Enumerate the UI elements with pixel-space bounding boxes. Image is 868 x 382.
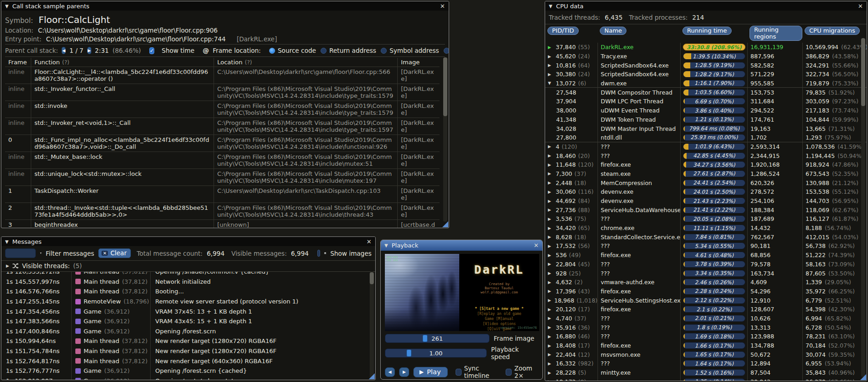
expand-icon[interactable]: ▶	[548, 262, 553, 266]
expand-icon[interactable]: ▶	[548, 379, 553, 381]
frame-location-option[interactable]: Symbol address	[381, 47, 439, 54]
message-row[interactable]: 1s 120,335,272nsMain thread(37,812)Openi…	[1, 272, 375, 277]
radio-icon[interactable]	[269, 48, 275, 54]
expand-icon[interactable]: ▶	[548, 361, 553, 366]
cpu-table-row[interactable]: ▶4(120)???1:01.9 (6.43%)2,593,3141,078,5…	[545, 142, 867, 152]
expand-icon[interactable]: ▶	[548, 325, 553, 330]
collapse-icon[interactable]: ▼	[5, 4, 9, 9]
expand-icon[interactable]: ▶	[548, 153, 553, 158]
expand-icon[interactable]: ▼	[548, 81, 553, 85]
cpu-table-row[interactable]: ▶18,460(20)???42.85 s (4.45%)2,344,9151,…	[545, 151, 867, 160]
col-function[interactable]: Function(?)	[31, 58, 214, 67]
call-stack-row[interactable]: inlinestd::_Invoker_ret<void,1>::_CallC:…	[5, 118, 440, 135]
message-row[interactable]: 1s 152,912,997nsGame(36,912)Opening /met…	[1, 376, 375, 380]
expand-icon[interactable]: ▶	[548, 54, 553, 59]
cpu-table-row[interactable]: ▶16,880(46)???1.69 s (0.18%)123,98878,23…	[545, 332, 867, 341]
message-row[interactable]: 1s 152,776,777nsGame(36,912)Opening /for…	[1, 366, 375, 376]
cpu-table-row[interactable]: ▶536(49)firefox.exe4.61 s (0.48%)68,8565…	[545, 251, 867, 260]
cpu-column-header[interactable]: Running time	[682, 27, 732, 35]
play-button[interactable]: ▶ Play	[413, 367, 447, 377]
expand-icon[interactable]: ▶	[548, 253, 553, 258]
filter-input[interactable]	[5, 248, 36, 258]
frame-location-option[interactable]: Entry point	[444, 47, 449, 54]
expand-icon[interactable]: ▶	[548, 72, 553, 77]
expand-icon[interactable]: ▶	[548, 307, 553, 312]
expand-icon[interactable]: ▶	[548, 352, 553, 357]
expand-icon[interactable]: ▶	[548, 180, 553, 185]
message-row[interactable]: 1s 147,354,456nsGame(36,912)VRAM 37x45: …	[1, 306, 375, 316]
cpu-table-row[interactable]: ▶11,648(120)firefox.exe34.27 s (3.56%)1,…	[545, 160, 867, 169]
close-icon[interactable]: ✕	[440, 3, 445, 10]
message-row[interactable]: 1s 147,383,566nsGame(36,912)VRAM 43x45: …	[1, 316, 375, 326]
message-row[interactable]: 1s 145,557,997nsMain thread(37,812)Netwo…	[1, 277, 375, 287]
cpu-table-row[interactable]: ▶44,692(84)devenv.exe21.43 s (2.23%)254,…	[545, 197, 867, 206]
cpu-column-header[interactable]: CPU migrations	[805, 27, 860, 35]
expand-icon[interactable]: ▶	[548, 271, 553, 275]
cpu-table-row[interactable]: ▶18,408(17)firefox.exe1.66 s (0.17%)134,…	[545, 341, 867, 350]
step-forward-button[interactable]: ▶	[399, 367, 409, 377]
message-row[interactable]: 1s 151,754,784nsMain thread(37,812)New r…	[1, 346, 375, 356]
expand-icon[interactable]: ▶	[548, 298, 552, 303]
expand-icon[interactable]: ▶	[548, 163, 553, 167]
cpu-table-row[interactable]: ▶37,840(55)DarkRL.exe33:30.8 (208.96%)16…	[545, 43, 867, 52]
cpu-table-row[interactable]: ▶20,120(17)firefox.exe2.1 s (0.22%)128,6…	[545, 305, 867, 314]
expand-icon[interactable]: ▶	[548, 199, 553, 203]
expand-icon[interactable]: ▶	[548, 208, 553, 212]
resize-handle[interactable]	[860, 374, 866, 380]
cpu-table-row[interactable]: ▶4,632(2)vmware-authd.exe2.46 s (0.26%)4…	[545, 278, 867, 287]
resize-handle[interactable]	[442, 221, 448, 227]
close-icon[interactable]: ✕	[534, 242, 539, 249]
frame-slider-thumb[interactable]	[423, 335, 428, 342]
cpu-table-row[interactable]: ▶17,532(56)???5.34 s (0.55%)90,18156,738…	[545, 242, 867, 251]
resize-handle[interactable]	[369, 373, 375, 379]
call-stack-row[interactable]: inlineFloor::CalcLight::__l4::<lambda_5b…	[5, 67, 440, 84]
frame-image-slider[interactable]: 261	[385, 334, 490, 343]
expand-icon[interactable]: ▶	[548, 371, 553, 375]
speed-slider-thumb[interactable]	[406, 349, 411, 357]
cpu-table-row[interactable]: ▶928(25)???3.34 s (0.35%)163,73487,605(5…	[545, 269, 867, 278]
show-time-checkbox[interactable]: ✓	[149, 47, 154, 54]
collapse-icon[interactable]: ▼	[549, 4, 552, 9]
cpu-column-header[interactable]: Name	[600, 27, 626, 35]
call-stack-row[interactable]: 1TaskDispatch::WorkerC:\Users\wolf\Deskt…	[5, 185, 440, 202]
col-location[interactable]: Location(?)	[214, 58, 397, 67]
step-back-button[interactable]: ◀	[385, 367, 395, 377]
frame-location-option[interactable]: Return address	[321, 47, 376, 54]
messages-scrollbar[interactable]	[370, 271, 374, 379]
cpu-table-row[interactable]: ▶30,060(116)devenv.exe24.01 s (2.50%)278…	[545, 187, 867, 197]
col-image[interactable]: Image	[397, 58, 440, 67]
cpu-table-row[interactable]: ▶28,228(5)mintty.exe1.52 s (0.16%)87,504…	[545, 368, 867, 377]
close-icon[interactable]: ✕	[366, 238, 372, 245]
expand-icon[interactable]: ▶	[548, 235, 553, 239]
cpu-table-row[interactable]: ▶10,816(64)ScriptedSandbox64.exe1:28.5 (…	[545, 61, 867, 70]
cpu-table-row[interactable]: ▶2,448(18)MemCompression24.41 s (2.54%)6…	[545, 178, 867, 187]
cpu-table-row[interactable]: ▶30,380(24)ScriptedSandbox64.exe1:28.2 (…	[545, 70, 867, 79]
message-row[interactable]: 1s 152,764,817nsMain thread(37,812)New r…	[1, 356, 375, 366]
cpu-table-row[interactable]: ▶27,736(88)ServiceHub.DataWarehouse21.41…	[545, 205, 867, 214]
zoom-2x-checkbox[interactable]	[506, 369, 512, 376]
call-stack-row[interactable]: inlinestd::_Invoker_functor::_CallC:\Pro…	[5, 84, 440, 101]
expand-icon[interactable]: ▶	[548, 63, 553, 67]
cpu-table-row[interactable]: ▶45,620(24)Tracy.exe1:39.5 (10.34%)887,5…	[545, 52, 867, 61]
cpu-table-row[interactable]: 27,548DWM Compositor Thread1:03.5 (6.60%…	[545, 88, 867, 97]
collapse-icon[interactable]: ▼	[384, 243, 388, 248]
cpu-column-header[interactable]: Running regions	[750, 26, 802, 41]
next-stack-button[interactable]: ▶	[87, 47, 91, 54]
cpu-table-row[interactable]: ▶35,916(36)???1.8 s (0.19%)13,3136,728(5…	[545, 323, 867, 332]
cpu-table-row[interactable]: 38,000uDWM Event Thread3.86 s (0.40%)294…	[545, 106, 867, 115]
expand-icon[interactable]: ▶	[548, 45, 553, 50]
expand-icon[interactable]: ▶	[548, 334, 553, 339]
cpu-table-row[interactable]: ▼13,072(6)dwm.exe1:16.1 (7.90%)955,58571…	[545, 79, 867, 88]
cpu-table-row[interactable]: 41,348DWM Token Thread1.21 s (0.13%)174,…	[545, 115, 867, 124]
radio-icon[interactable]	[444, 48, 449, 54]
call-stack-row[interactable]: inlinestd::unique_lock<std::mutex>::lock…	[5, 169, 440, 185]
cpu-table-row[interactable]: ▶17,396(43)firefox.exe2.28 s (0.24%)54,2…	[545, 287, 867, 296]
expand-threads-icon[interactable]: ▶	[6, 264, 9, 268]
collapse-icon[interactable]: ▼	[5, 239, 9, 244]
show-images-checkbox[interactable]	[317, 250, 320, 257]
cpu-table-row[interactable]: ▶18,968(1,018)ServiceHub.SettingsHost.ex…	[545, 296, 867, 305]
call-stack-row[interactable]: 3beginthreadex[unknown][ucrtbase.dll]	[5, 219, 440, 228]
expand-icon[interactable]: ▶	[548, 280, 553, 285]
expand-icon[interactable]: ▶	[548, 217, 553, 221]
cpu-table-row[interactable]: 37,904DWM LPC Port Thread6.69 s (0.70%)3…	[545, 97, 867, 106]
